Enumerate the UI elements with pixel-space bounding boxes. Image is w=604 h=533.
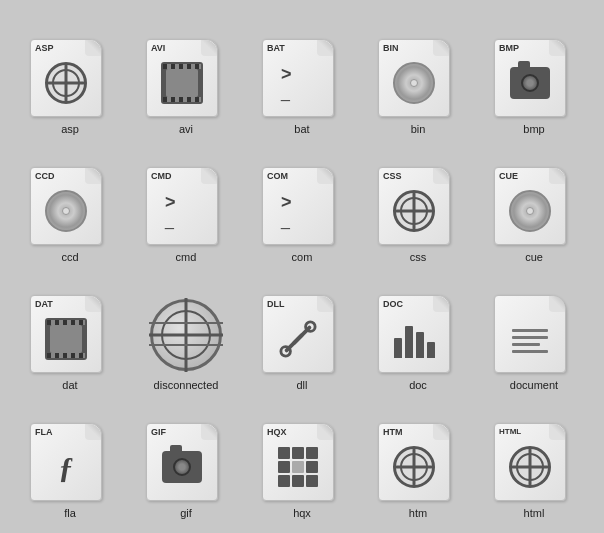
file-icon-fla: FLA ƒ	[30, 423, 110, 503]
file-label-avi: avi	[179, 123, 193, 135]
globe-icon-htm	[393, 446, 435, 488]
file-label-css: css	[410, 251, 427, 263]
tools-svg	[279, 320, 317, 358]
file-item-htm[interactable]: HTM htm	[363, 399, 473, 519]
file-icon-dll: DLL	[262, 295, 342, 375]
file-icon-disconnected	[146, 295, 226, 375]
file-item-fla[interactable]: FLA ƒ fla	[15, 399, 125, 519]
file-icon-document	[494, 295, 574, 375]
globe-icon-css	[393, 190, 435, 232]
file-icon-hqx: HQX	[262, 423, 342, 503]
file-icon-cmd: CMD > _	[146, 167, 226, 247]
file-icon-bin: BIN	[378, 39, 458, 119]
disc-icon	[393, 62, 435, 104]
camera-icon-gif	[162, 451, 202, 483]
file-item-cue[interactable]: CUE cue	[479, 143, 589, 263]
file-item-avi[interactable]: AVI avi	[131, 15, 241, 135]
file-label-disconnected: disconnected	[154, 379, 219, 391]
file-item-com[interactable]: COM > _ com	[247, 143, 357, 263]
file-label-ccd: ccd	[61, 251, 78, 263]
film-icon-dat	[45, 318, 87, 360]
icon-grid: ASP asp AVI	[5, 5, 599, 529]
globe-icon-html	[509, 446, 551, 488]
file-item-cmd[interactable]: CMD > _ cmd	[131, 143, 241, 263]
file-icon-htm: HTM	[378, 423, 458, 503]
file-icon-gif: GIF	[146, 423, 226, 503]
terminal-icon-cmd: > _	[161, 190, 203, 232]
file-item-bin[interactable]: BIN bin	[363, 15, 473, 135]
tools-icon	[277, 318, 319, 360]
file-item-hqx[interactable]: HQX hqx	[247, 399, 357, 519]
file-label-bin: bin	[411, 123, 426, 135]
disc-icon-ccd	[45, 190, 87, 232]
film-icon	[161, 62, 203, 104]
file-icon-asp: ASP	[30, 39, 110, 119]
file-item-document[interactable]: document	[479, 271, 589, 391]
file-icon-cue: CUE	[494, 167, 574, 247]
file-label-doc: doc	[409, 379, 427, 391]
file-icon-dat: DAT	[30, 295, 110, 375]
file-item-css[interactable]: CSS css	[363, 143, 473, 263]
file-icon-doc: DOC	[378, 295, 458, 375]
file-icon-avi: AVI	[146, 39, 226, 119]
file-label-dat: dat	[62, 379, 77, 391]
disc-icon-cue	[509, 190, 551, 232]
file-item-gif[interactable]: GIF gif	[131, 399, 241, 519]
globe-icon	[45, 62, 87, 104]
file-icon-bat: BAT > _	[262, 39, 342, 119]
bars-icon	[394, 320, 435, 358]
file-label-cmd: cmd	[176, 251, 197, 263]
file-label-hqx: hqx	[293, 507, 311, 519]
file-label-htm: htm	[409, 507, 427, 519]
file-item-bmp[interactable]: BMP bmp	[479, 15, 589, 135]
file-label-gif: gif	[180, 507, 192, 519]
doclines-icon	[508, 325, 552, 357]
file-label-com: com	[292, 251, 313, 263]
file-item-html[interactable]: HTML html	[479, 399, 589, 519]
flash-icon: ƒ	[59, 450, 74, 484]
file-item-dat[interactable]: DAT dat	[15, 271, 125, 391]
terminal-icon: > _	[277, 62, 319, 104]
file-item-disconnected[interactable]: disconnected	[131, 271, 241, 391]
file-label-cue: cue	[525, 251, 543, 263]
file-item-dll[interactable]: DLL dll	[247, 271, 357, 391]
file-icon-ccd: CCD	[30, 167, 110, 247]
file-label-document: document	[510, 379, 558, 391]
file-label-bat: bat	[294, 123, 309, 135]
file-icon-com: COM > _	[262, 167, 342, 247]
terminal-icon-com: > _	[277, 190, 319, 232]
file-label-fla: fla	[64, 507, 76, 519]
camera-icon	[510, 67, 550, 99]
file-label-asp: asp	[61, 123, 79, 135]
file-label-html: html	[524, 507, 545, 519]
grid-icon	[278, 447, 318, 487]
file-icon-html: HTML	[494, 423, 574, 503]
file-icon-bmp: BMP	[494, 39, 574, 119]
file-label-dll: dll	[296, 379, 307, 391]
file-label-bmp: bmp	[523, 123, 544, 135]
file-item-doc[interactable]: DOC doc	[363, 271, 473, 391]
file-item-ccd[interactable]: CCD ccd	[15, 143, 125, 263]
file-item-asp[interactable]: ASP asp	[15, 15, 125, 135]
file-item-bat[interactable]: BAT > _ bat	[247, 15, 357, 135]
file-icon-css: CSS	[378, 167, 458, 247]
